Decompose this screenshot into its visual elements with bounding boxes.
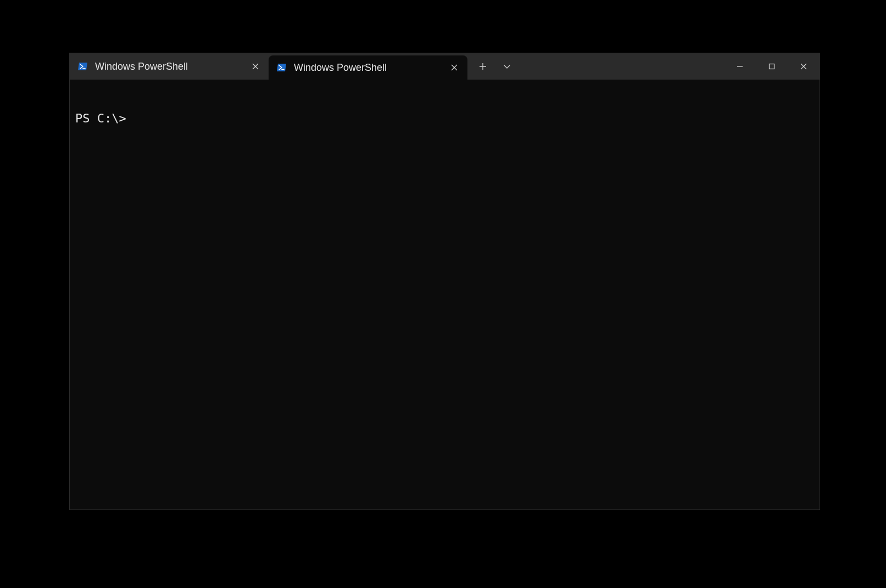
- tab-powershell-2[interactable]: Windows PowerShell: [269, 55, 467, 80]
- tab-title: Windows PowerShell: [294, 62, 440, 74]
- maximize-button[interactable]: [756, 53, 788, 80]
- titlebar[interactable]: Windows PowerShell Windows PowerShell: [70, 53, 820, 80]
- tabs-area: Windows PowerShell Windows PowerShell: [70, 53, 518, 80]
- tab-dropdown-button[interactable]: [496, 55, 518, 77]
- window-controls: [724, 53, 820, 80]
- tab-title: Windows PowerShell: [95, 61, 241, 72]
- tab-close-button[interactable]: [447, 60, 462, 75]
- new-tab-button[interactable]: [472, 55, 494, 77]
- prompt-text: PS C:\>: [75, 111, 126, 125]
- powershell-icon: [276, 62, 287, 73]
- tab-close-button[interactable]: [248, 59, 263, 74]
- prompt-line: PS C:\>: [75, 111, 814, 125]
- svg-rect-0: [770, 64, 774, 69]
- powershell-icon: [77, 61, 88, 72]
- minimize-button[interactable]: [724, 53, 756, 80]
- terminal-body[interactable]: PS C:\>: [70, 80, 820, 509]
- tab-actions: [467, 53, 518, 80]
- terminal-window: Windows PowerShell Windows PowerShell: [69, 53, 820, 510]
- close-window-button[interactable]: [788, 53, 820, 80]
- tab-powershell-1[interactable]: Windows PowerShell: [70, 53, 269, 80]
